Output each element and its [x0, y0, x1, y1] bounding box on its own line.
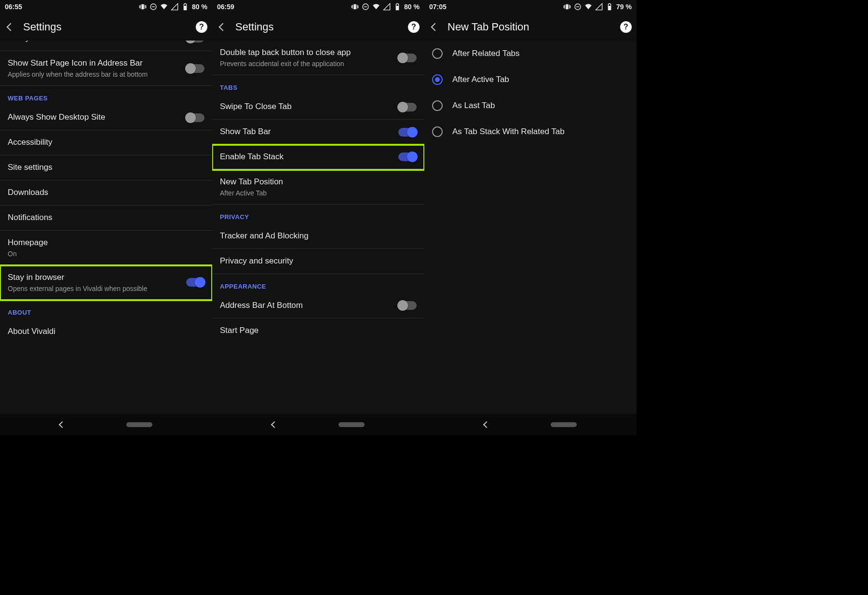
- radio-label: After Active Tab: [452, 75, 509, 84]
- vibrate-icon: [139, 3, 147, 11]
- back-button[interactable]: [428, 24, 442, 30]
- toggle-switch[interactable]: [398, 128, 417, 137]
- toggle-switch[interactable]: [398, 152, 417, 161]
- toggle-switch[interactable]: [186, 41, 204, 42]
- dnd-icon: [149, 3, 157, 11]
- nav-home-pill[interactable]: [126, 422, 152, 427]
- radio-option-as-tab-stack-with-related-tab[interactable]: As Tab Stack With Related Tab: [424, 119, 637, 145]
- app-bar: Settings ?: [0, 14, 212, 41]
- setting-sublabel: After Active Tab: [220, 189, 417, 197]
- wifi-icon: [372, 3, 380, 11]
- setting-row-new-tab-position[interactable]: New Tab PositionAfter Active Tab: [212, 170, 424, 205]
- setting-row-about-vivaldi[interactable]: About Vivaldi: [0, 319, 212, 344]
- toggle-switch[interactable]: [186, 278, 204, 287]
- back-button[interactable]: [4, 24, 17, 30]
- setting-label: Downloads: [8, 187, 204, 198]
- radio-button[interactable]: [432, 100, 443, 111]
- setting-row-tracker-and-ad-blocking[interactable]: Tracker and Ad Blocking: [212, 224, 424, 249]
- toggle-knob: [397, 53, 408, 63]
- settings-list[interactable]: Double tap back button to close appPreve…: [212, 41, 424, 414]
- svg-rect-8: [609, 6, 610, 10]
- battery-icon: [181, 3, 189, 11]
- setting-row-show-start-page-icon-in-address-bar[interactable]: Show Start Page Icon in Address BarAppli…: [0, 51, 212, 86]
- setting-sublabel: Prevents accidental exit of the applicat…: [220, 59, 393, 68]
- setting-sublabel: Opens external pages in Vivaldi when pos…: [8, 284, 181, 293]
- nav-back-button[interactable]: [59, 421, 66, 428]
- battery-icon: [393, 3, 401, 11]
- vibrate-icon: [351, 3, 359, 11]
- radio-button[interactable]: [432, 126, 443, 137]
- svg-rect-7: [576, 6, 580, 7]
- screen-settings-2: 06:59 80 % Settings ? Double tap back bu…: [212, 0, 424, 435]
- setting-row-notifications[interactable]: Notifications: [0, 206, 212, 231]
- radio-option-after-active-tab[interactable]: After Active Tab: [424, 67, 637, 93]
- setting-label: Double tap back button to close app: [220, 47, 393, 58]
- help-button[interactable]: ?: [408, 21, 420, 33]
- signal-icon: [595, 3, 603, 11]
- status-bar: 06:59 80 %: [212, 0, 424, 14]
- setting-label: Site settings: [8, 162, 204, 173]
- battery-percent: 80 %: [404, 3, 420, 11]
- radio-button[interactable]: [432, 48, 443, 59]
- section-header-appearance: APPEARANCE: [212, 274, 424, 293]
- setting-row-always-show-desktop-site[interactable]: Always Show Desktop Site: [0, 105, 212, 130]
- back-button[interactable]: [216, 24, 230, 30]
- setting-row-homepage[interactable]: HomepageOn: [0, 231, 212, 265]
- radio-option-as-last-tab[interactable]: As Last Tab: [424, 93, 637, 119]
- setting-row-show-tab-bar[interactable]: Show Tab Bar: [212, 120, 424, 145]
- nav-bar: [424, 414, 637, 435]
- status-time: 06:59: [217, 3, 234, 11]
- setting-row-swipe-to-close-tab[interactable]: Swipe To Close Tab: [212, 95, 424, 120]
- help-button[interactable]: ?: [620, 21, 632, 33]
- setting-row-downloads[interactable]: Downloads: [0, 180, 212, 206]
- setting-row-accessibility[interactable]: Accessibility: [0, 130, 212, 155]
- toggle-switch[interactable]: [398, 103, 417, 111]
- setting-row-privacy-and-security[interactable]: Privacy and security: [212, 249, 424, 274]
- page-title: New Tab Position: [448, 21, 614, 33]
- section-header-about: ABOUT: [0, 300, 212, 319]
- setting-row-stay-in-browser[interactable]: Stay in browserOpens external pages in V…: [0, 265, 212, 300]
- setting-row-double-tap-back-button-to-close-app[interactable]: Double tap back button to close appPreve…: [212, 41, 424, 75]
- setting-label: Swipe To Close Tab: [220, 101, 393, 112]
- radio-option-after-related-tabs[interactable]: After Related Tabs: [424, 41, 637, 67]
- radio-button[interactable]: [432, 74, 443, 85]
- setting-row-always-show-controls[interactable]: Always Show Controls: [0, 41, 212, 51]
- nav-home-pill[interactable]: [551, 422, 577, 427]
- toggle-switch[interactable]: [186, 113, 204, 122]
- help-button[interactable]: ?: [196, 21, 207, 33]
- toggle-switch[interactable]: [398, 301, 417, 310]
- setting-row-start-page[interactable]: Start Page: [212, 318, 424, 343]
- settings-list[interactable]: Always Show ControlsShow Start Page Icon…: [0, 41, 212, 414]
- signal-icon: [383, 3, 391, 11]
- status-time: 07:05: [429, 3, 447, 11]
- radio-list[interactable]: After Related TabsAfter Active TabAs Las…: [424, 41, 637, 414]
- section-header-tabs: TABS: [212, 75, 424, 95]
- app-bar: New Tab Position ?: [424, 14, 637, 41]
- nav-back-button[interactable]: [271, 421, 278, 428]
- toggle-knob: [407, 127, 418, 138]
- setting-label: Always Show Controls: [8, 41, 181, 44]
- setting-label: Notifications: [8, 212, 204, 223]
- setting-label: Always Show Desktop Site: [8, 112, 181, 123]
- section-header-privacy: PRIVACY: [212, 205, 424, 224]
- nav-back-button[interactable]: [483, 421, 490, 428]
- nav-bar: [0, 414, 212, 435]
- setting-label: Homepage: [8, 237, 204, 249]
- nav-home-pill[interactable]: [339, 422, 365, 427]
- chevron-left-icon: [7, 23, 15, 31]
- setting-label: Show Start Page Icon in Address Bar: [8, 58, 181, 69]
- setting-label: New Tab Position: [220, 177, 417, 188]
- toggle-switch[interactable]: [398, 54, 417, 62]
- toggle-switch[interactable]: [186, 64, 204, 73]
- page-title: Settings: [235, 21, 402, 33]
- screen-new-tab-position: 07:05 79 % New Tab Position ? After Rela…: [424, 0, 637, 435]
- screen-settings-1: 06:55 80 % Settings ? Always Show Contro…: [0, 0, 212, 435]
- setting-label: About Vivaldi: [8, 326, 204, 337]
- setting-row-site-settings[interactable]: Site settings: [0, 155, 212, 180]
- setting-row-address-bar-at-bottom[interactable]: Address Bar At Bottom: [212, 293, 424, 318]
- setting-row-enable-tab-stack[interactable]: Enable Tab Stack: [212, 145, 424, 170]
- radio-label: As Tab Stack With Related Tab: [452, 127, 565, 137]
- battery-percent: 80 %: [192, 3, 207, 11]
- setting-sublabel: Applies only when the address bar is at …: [8, 70, 181, 79]
- toggle-knob: [185, 41, 196, 43]
